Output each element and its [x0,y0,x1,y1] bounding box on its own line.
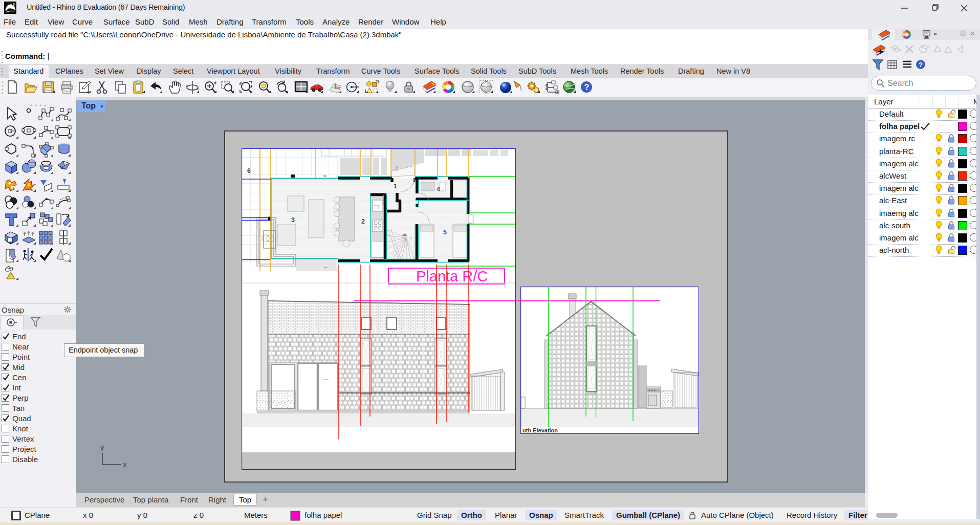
svg-text:x: x [123,460,127,469]
svg-text:2: 2 [361,218,365,225]
svg-text:5: 5 [443,229,447,236]
svg-text:8: 8 [13,3,15,6]
svg-text:Planta R/C: Planta R/C [416,268,488,285]
svg-text:6: 6 [247,167,251,174]
svg-text:?: ? [584,83,590,92]
svg-text:?: ? [919,61,923,69]
svg-text:1: 1 [394,183,397,190]
svg-text:uth Elevation: uth Elevation [522,427,558,433]
svg-text:y: y [100,443,104,451]
svg-text:3: 3 [291,216,295,224]
svg-text:4: 4 [437,186,440,193]
